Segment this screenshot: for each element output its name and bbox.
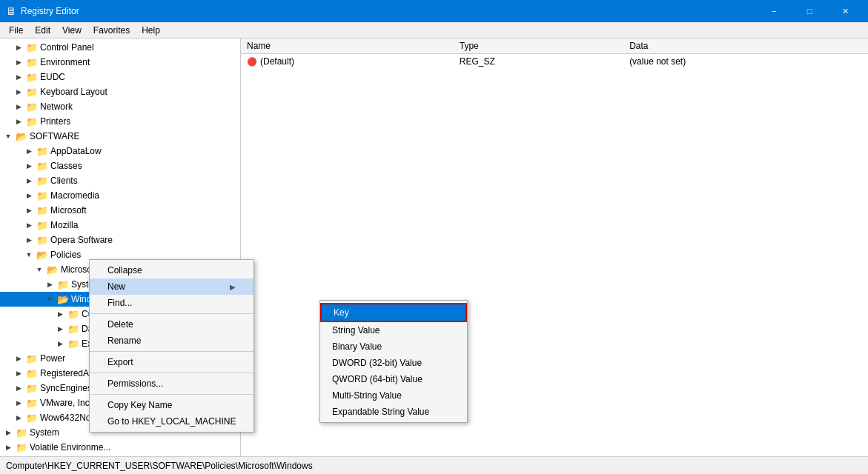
folder-icon-microsoft: 📁: [36, 205, 48, 216]
tree-label-microsoft: Microsoft: [50, 205, 87, 216]
expander-policies[interactable]: ▼: [24, 250, 34, 260]
tree-item-classes[interactable]: ▶📁Classes: [0, 158, 240, 173]
close-button[interactable]: ✕: [828, 0, 862, 22]
context-item-goto[interactable]: Go to HKEY_LOCAL_MACHINE: [90, 413, 254, 430]
context-item-permissions[interactable]: Permissions...: [90, 375, 254, 392]
expander-explorer[interactable]: ▶: [55, 338, 65, 349]
submenu-item-string-value[interactable]: String Value: [320, 322, 467, 338]
context-separator: [90, 373, 254, 373]
context-item-collapse[interactable]: Collapse: [90, 262, 254, 278]
tree-item-software[interactable]: ▼📂SOFTWARE: [0, 129, 240, 144]
tree-item-control-panel[interactable]: ▶📁Control Panel: [0, 40, 240, 55]
folder-icon-wow6432node: 📁: [26, 413, 38, 424]
folder-icon-registeredapps: 📁: [26, 368, 38, 379]
tree-label-volatile-env: Volatile Environme...: [30, 442, 110, 453]
expander-clients[interactable]: ▶: [24, 176, 34, 186]
expander-systemcerts[interactable]: ▶: [44, 279, 55, 290]
folder-icon-explorer: 📁: [67, 338, 79, 350]
expander-vmware[interactable]: ▶: [13, 398, 24, 408]
context-item-label-delete: Delete: [107, 319, 133, 330]
tree-item-volatile-env[interactable]: ▶📁Volatile Environme...: [0, 440, 240, 455]
folder-icon-control-panel: 📁: [26, 42, 38, 53]
folder-icon-microsoft2: 📂: [47, 264, 59, 276]
tree-item-opera-software[interactable]: ▶📁Opera Software: [0, 233, 240, 247]
tree-label-syncengines: SyncEngines: [40, 383, 92, 393]
tree-item-clients[interactable]: ▶📁Clients: [0, 173, 240, 188]
folder-icon-opera-software: 📁: [36, 235, 48, 246]
context-item-rename[interactable]: Rename: [90, 333, 254, 349]
tree-item-network[interactable]: ▶📁Network: [0, 99, 240, 114]
menu-item-favorites[interactable]: Favorites: [87, 22, 136, 39]
expander-currentver[interactable]: ▶: [55, 309, 65, 319]
expander-syncengines[interactable]: ▶: [13, 383, 24, 393]
context-item-copy-key-name[interactable]: Copy Key Name: [90, 397, 254, 413]
expander-appdatalow[interactable]: ▶: [24, 146, 34, 156]
expander-eudc[interactable]: ▶: [13, 72, 24, 82]
folder-icon-macromedia: 📁: [36, 190, 48, 201]
minimize-button[interactable]: −: [757, 0, 791, 22]
folder-icon-volatile-env: 📁: [16, 442, 27, 453]
context-item-new[interactable]: New▶: [90, 278, 254, 295]
folder-icon-dataval: 📁: [67, 324, 79, 335]
context-item-label-find: Find...: [107, 298, 132, 308]
folder-icon-network: 📁: [26, 101, 38, 113]
expander-macromedia[interactable]: ▶: [24, 190, 34, 201]
folder-icon-vmware: 📁: [26, 398, 38, 409]
expander-printers[interactable]: ▶: [13, 116, 24, 127]
table-row[interactable]: 🔴(Default)REG_SZ(value not set): [241, 54, 868, 69]
submenu-item-dword-value[interactable]: DWORD (32-bit) Value: [320, 355, 467, 371]
submenu-item-key[interactable]: Key: [320, 303, 467, 322]
submenu: KeyString ValueBinary ValueDWORD (32-bit…: [319, 300, 468, 423]
expander-microsoft2[interactable]: ▼: [34, 264, 44, 275]
tree-item-printers[interactable]: ▶📁Printers: [0, 114, 240, 129]
expander-system[interactable]: ▶: [3, 427, 13, 438]
tree-item-mozilla[interactable]: ▶📁Mozilla: [0, 218, 240, 233]
tree-item-appdatalow[interactable]: ▶📁AppDataLow: [0, 144, 240, 158]
menu-item-help[interactable]: Help: [136, 22, 166, 39]
tree-label-power: Power: [40, 353, 65, 364]
expander-opera-software[interactable]: ▶: [24, 235, 34, 245]
expander-environment[interactable]: ▶: [13, 57, 24, 67]
expander-microsoft[interactable]: ▶: [24, 205, 34, 216]
folder-icon-power: 📁: [26, 353, 38, 364]
expander-software[interactable]: ▼: [3, 131, 13, 141]
expander-power[interactable]: ▶: [13, 353, 24, 364]
submenu-item-binary-value[interactable]: Binary Value: [320, 338, 467, 355]
context-separator: [90, 351, 254, 352]
tree-item-eudc[interactable]: ▶📁EUDC: [0, 70, 240, 84]
tree-item-keyboard-layout[interactable]: ▶📁Keyboard Layout: [0, 84, 240, 99]
tree-label-network: Network: [40, 101, 73, 112]
context-item-export[interactable]: Export: [90, 354, 254, 370]
submenu-item-multi-string[interactable]: Multi-String Value: [320, 387, 467, 404]
expander-classes[interactable]: ▶: [24, 161, 34, 171]
expander-network[interactable]: ▶: [13, 101, 24, 112]
expander-windows[interactable]: ▼: [44, 294, 55, 304]
expander-wow6432node[interactable]: ▶: [13, 413, 24, 423]
context-item-find[interactable]: Find...: [90, 295, 254, 311]
submenu-item-qword-value[interactable]: QWORD (64-bit) Value: [320, 371, 467, 387]
expander-registeredapps[interactable]: ▶: [13, 368, 24, 378]
menu-item-file[interactable]: File: [3, 22, 29, 39]
tree-label-vmware: VMware, Inc.: [40, 398, 92, 408]
menu-bar: FileEditViewFavoritesHelp: [0, 22, 868, 39]
folder-icon-policies: 📂: [36, 250, 48, 261]
col-data: Data: [623, 39, 868, 54]
maximize-button[interactable]: □: [792, 0, 826, 22]
context-item-delete[interactable]: Delete: [90, 316, 254, 333]
expander-control-panel[interactable]: ▶: [13, 42, 24, 53]
tree-item-hklm[interactable]: ▶📁HKEY_LOCAL_MACHI...: [0, 455, 240, 456]
expander-keyboard-layout[interactable]: ▶: [13, 87, 24, 97]
menu-item-edit[interactable]: Edit: [29, 22, 56, 39]
context-item-label-copy-key-name: Copy Key Name: [107, 400, 172, 410]
tree-item-environment[interactable]: ▶📁Environment: [0, 55, 240, 70]
submenu-item-expandable-string[interactable]: Expandable String Value: [320, 404, 467, 420]
expander-mozilla[interactable]: ▶: [24, 220, 34, 230]
menu-item-view[interactable]: View: [56, 22, 87, 39]
expander-dataval[interactable]: ▶: [55, 324, 65, 334]
folder-icon-software: 📂: [16, 131, 27, 142]
expander-volatile-env[interactable]: ▶: [3, 442, 13, 453]
tree-item-macromedia[interactable]: ▶📁Macromedia: [0, 188, 240, 203]
folder-icon-mozilla: 📁: [36, 220, 48, 231]
tree-item-microsoft[interactable]: ▶📁Microsoft: [0, 203, 240, 218]
registry-table: Name Type Data 🔴(Default)REG_SZ(value no…: [241, 39, 868, 69]
